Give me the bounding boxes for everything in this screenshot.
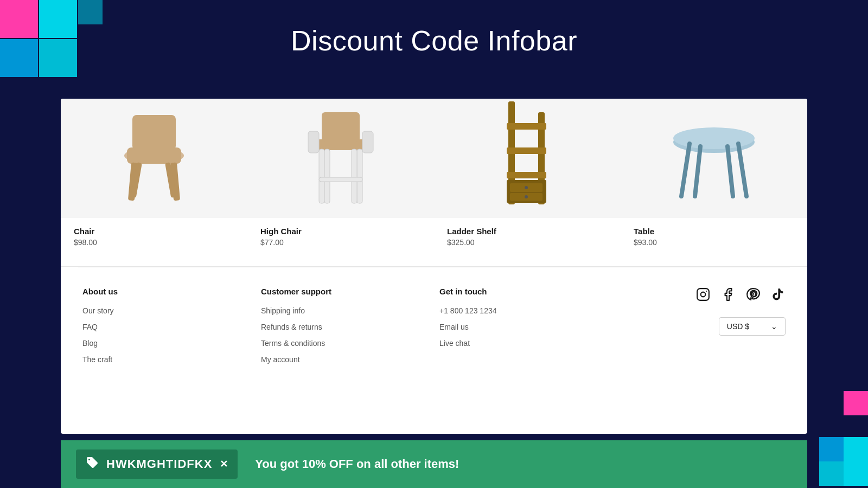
footer-support-links: Shipping info Refunds & returns Terms & …: [261, 306, 429, 364]
footer-contact-heading: Get in touch: [439, 287, 607, 296]
infobar: HWKMGHTIDFKX ✕ You got 10% OFF on all ot…: [61, 440, 807, 488]
instagram-icon[interactable]: [695, 287, 711, 302]
list-item[interactable]: Our story: [82, 306, 250, 316]
product-price-shelf: $325.00: [447, 238, 608, 247]
footer-link-livechat[interactable]: Live chat: [439, 339, 470, 348]
product-info-shelf: Ladder Shelf $325.00: [434, 218, 621, 253]
decorative-corner-br: [797, 391, 868, 488]
svg-line-40: [695, 146, 700, 196]
svg-rect-12: [132, 115, 176, 150]
footer-link-faq[interactable]: FAQ: [82, 323, 98, 331]
svg-line-38: [681, 144, 690, 196]
svg-rect-7: [844, 437, 868, 461]
footer-about-heading: About us: [82, 287, 250, 296]
product-name-highchair: High Chair: [260, 227, 421, 236]
footer-social-currency: USD $ ⌄: [618, 287, 786, 371]
product-card-highchair[interactable]: High Chair $77.00: [247, 99, 434, 266]
svg-line-39: [738, 144, 746, 196]
discount-code-box: HWKMGHTIDFKX ✕: [76, 450, 238, 479]
product-price-chair: $98.00: [74, 238, 234, 247]
svg-rect-23: [324, 149, 330, 203]
list-item[interactable]: Blog: [82, 338, 250, 348]
product-image-highchair: [247, 99, 434, 218]
list-item[interactable]: +1 800 123 1234: [439, 306, 607, 316]
product-name-chair: Chair: [74, 227, 234, 236]
product-card-table[interactable]: Table $93.00: [621, 99, 807, 266]
svg-rect-21: [319, 149, 324, 203]
svg-line-41: [727, 146, 733, 196]
list-item[interactable]: The craft: [82, 355, 250, 364]
content-card: Chair $98.00: [61, 99, 807, 434]
list-item[interactable]: FAQ: [82, 322, 250, 332]
products-grid: Chair $98.00: [61, 99, 807, 267]
svg-rect-8: [819, 461, 844, 486]
product-card-chair[interactable]: Chair $98.00: [61, 99, 247, 266]
tag-icon: [86, 456, 99, 472]
footer-link-account[interactable]: My account: [261, 355, 300, 364]
svg-point-44: [706, 291, 707, 292]
product-info-table: Table $93.00: [621, 218, 807, 253]
svg-rect-29: [507, 147, 546, 154]
currency-dropdown[interactable]: USD $ ⌄: [719, 317, 786, 336]
svg-rect-22: [357, 149, 362, 203]
footer: About us Our story FAQ Blog The craft Cu…: [61, 267, 807, 384]
footer-contact: Get in touch +1 800 123 1234 Email us Li…: [439, 287, 607, 371]
footer-link-email[interactable]: Email us: [439, 323, 469, 331]
product-price-highchair: $77.00: [260, 238, 421, 247]
list-item[interactable]: Shipping info: [261, 306, 429, 316]
product-image-table: [621, 99, 807, 218]
footer-about: About us Our story FAQ Blog The craft: [82, 287, 250, 371]
pinterest-icon[interactable]: [745, 287, 761, 302]
footer-link-shipping[interactable]: Shipping info: [261, 306, 305, 315]
svg-rect-24: [352, 149, 357, 203]
page-header: Discount Code Infobar: [0, 0, 868, 81]
svg-rect-5: [844, 391, 868, 415]
svg-point-35: [525, 195, 528, 198]
footer-link-refunds[interactable]: Refunds & returns: [261, 323, 322, 331]
footer-link-thecraft[interactable]: The craft: [82, 355, 112, 364]
product-image-shelf: [434, 99, 621, 218]
close-button[interactable]: ✕: [220, 458, 228, 470]
svg-rect-18: [322, 112, 360, 142]
svg-rect-6: [819, 437, 844, 461]
list-item[interactable]: Refunds & returns: [261, 322, 429, 332]
footer-link-terms[interactable]: Terms & conditions: [261, 339, 325, 348]
currency-value: USD $: [727, 322, 749, 331]
svg-point-34: [525, 186, 528, 189]
tiktok-icon[interactable]: [770, 287, 786, 302]
list-item[interactable]: My account: [261, 355, 429, 364]
svg-rect-30: [507, 172, 546, 178]
footer-link-ourstory[interactable]: Our story: [82, 306, 114, 315]
footer-link-blog[interactable]: Blog: [82, 339, 98, 348]
facebook-icon[interactable]: [720, 287, 736, 302]
list-item[interactable]: Email us: [439, 322, 607, 332]
infobar-message: You got 10% OFF on all other items!: [255, 457, 459, 471]
page-title: Discount Code Infobar: [291, 24, 577, 57]
footer-contact-links: +1 800 123 1234 Email us Live chat: [439, 306, 607, 348]
footer-support-heading: Customer support: [261, 287, 429, 296]
footer-link-phone[interactable]: +1 800 123 1234: [439, 306, 497, 315]
product-card-shelf[interactable]: Ladder Shelf $325.00: [434, 99, 621, 266]
product-name-shelf: Ladder Shelf: [447, 227, 608, 236]
product-image-chair: [61, 99, 247, 218]
list-item[interactable]: Live chat: [439, 338, 607, 348]
social-icons-group: [695, 287, 786, 302]
svg-point-43: [701, 292, 706, 297]
footer-about-links: Our story FAQ Blog The craft: [82, 306, 250, 364]
svg-point-37: [673, 127, 755, 149]
svg-rect-19: [308, 131, 319, 153]
chevron-down-icon: ⌄: [771, 322, 777, 331]
product-info-highchair: High Chair $77.00: [247, 218, 434, 253]
svg-rect-20: [362, 131, 373, 153]
svg-rect-28: [507, 123, 546, 130]
list-item[interactable]: Terms & conditions: [261, 338, 429, 348]
svg-rect-42: [697, 288, 709, 300]
product-price-table: $93.00: [634, 238, 794, 247]
product-info-chair: Chair $98.00: [61, 218, 247, 253]
discount-code-text: HWKMGHTIDFKX: [106, 457, 212, 471]
product-name-table: Table: [634, 227, 794, 236]
svg-rect-9: [844, 461, 868, 486]
svg-rect-25: [319, 177, 362, 182]
footer-support: Customer support Shipping info Refunds &…: [261, 287, 429, 371]
